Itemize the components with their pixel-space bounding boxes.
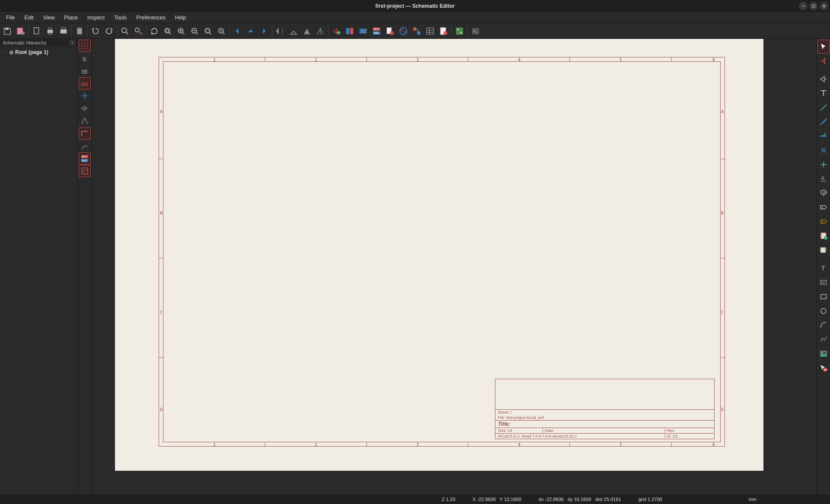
- add-label-button[interactable]: A: [817, 172, 830, 186]
- redo-button[interactable]: [102, 25, 115, 38]
- rotate-ccw-button[interactable]: [274, 25, 287, 38]
- zoom-to-objects-button[interactable]: [215, 25, 228, 38]
- add-circle-button[interactable]: [817, 304, 830, 318]
- add-symbol-button[interactable]: [817, 72, 830, 86]
- symbol-editor-button[interactable]: [330, 25, 343, 38]
- menu-file[interactable]: File: [2, 14, 19, 22]
- print-button[interactable]: [44, 25, 57, 38]
- delete-tool-button[interactable]: [817, 361, 830, 375]
- hierarchy-panel-close-button[interactable]: ✕: [70, 40, 75, 45]
- title-block-file: File: first-project.kicad_sch: [497, 415, 546, 420]
- assign-footprints-button[interactable]: [410, 25, 423, 38]
- nav-forward-button[interactable]: [258, 25, 271, 38]
- menu-inspect[interactable]: Inspect: [83, 14, 109, 22]
- svg-point-36: [337, 31, 340, 34]
- add-textbox-button[interactable]: [817, 276, 830, 289]
- select-tool-button[interactable]: [817, 40, 830, 54]
- add-junction-button[interactable]: [817, 158, 830, 171]
- svg-text:R42: R42: [82, 159, 87, 162]
- add-sheet-button[interactable]: [817, 229, 830, 243]
- status-xy: X -22.8600 Y 10.1600: [472, 497, 521, 502]
- open-pcb-button[interactable]: [453, 25, 466, 38]
- show-hidden-pins-button[interactable]: [79, 102, 91, 114]
- zoom-out-button[interactable]: [188, 25, 201, 38]
- simulator-button[interactable]: [397, 25, 410, 38]
- 90deg-wires-button[interactable]: [79, 127, 91, 139]
- add-text-button[interactable]: T: [817, 261, 830, 275]
- add-bus-entry-button[interactable]: [817, 129, 830, 143]
- add-power-button[interactable]: [817, 86, 830, 100]
- svg-text:R??: R??: [82, 155, 87, 158]
- svg-line-104: [820, 105, 827, 111]
- menu-view[interactable]: View: [39, 14, 59, 22]
- erc-button[interactable]: !: [383, 25, 396, 38]
- highlight-net-button[interactable]: [817, 54, 830, 68]
- plot-button[interactable]: [57, 25, 70, 38]
- paste-button[interactable]: [73, 25, 86, 38]
- schematic-canvas[interactable]: 1 2 3 4 5 6 1 2 3 4 5 6 A B C D A B C D: [92, 39, 816, 494]
- add-hier-label-button[interactable]: A: [817, 215, 830, 228]
- footprint-editor-button[interactable]: [357, 25, 370, 38]
- mirror-v-button[interactable]: [314, 25, 327, 38]
- svg-rect-21: [166, 29, 169, 32]
- frame-col-mark: 3: [416, 442, 419, 447]
- browse-symbols-button[interactable]: [343, 25, 356, 38]
- bom-button[interactable]: +: [437, 25, 450, 38]
- zoom-fit-button[interactable]: [161, 25, 174, 38]
- annotate-button[interactable]: R??R42: [370, 25, 383, 38]
- tree-root-item[interactable]: ┈┈ Root (page 1): [3, 48, 75, 56]
- zoom-selection-button[interactable]: [201, 25, 214, 38]
- svg-rect-54: [427, 28, 434, 34]
- window-title: first-project — Schematic Editor: [0, 3, 830, 9]
- add-arc-button[interactable]: [817, 318, 830, 332]
- zoom-in-button[interactable]: [175, 25, 188, 38]
- svg-text:9A: 9A: [822, 191, 826, 194]
- import-sheet-pin-button[interactable]: [817, 243, 830, 257]
- full-crosshair-button[interactable]: [79, 90, 91, 102]
- add-netclass-label-button[interactable]: 9A: [817, 186, 830, 200]
- add-image-button[interactable]: [817, 347, 830, 361]
- menu-place[interactable]: Place: [60, 14, 82, 22]
- tree-connector-icon: ┈┈: [3, 50, 8, 55]
- add-global-label-button[interactable]: A: [817, 200, 830, 214]
- mirror-h-button[interactable]: [300, 25, 313, 38]
- nav-back-button[interactable]: [231, 25, 244, 38]
- find-replace-button[interactable]: AB: [132, 25, 145, 38]
- rotate-cw-button[interactable]: [287, 25, 300, 38]
- undo-button[interactable]: [89, 25, 102, 38]
- nav-up-button[interactable]: [244, 25, 257, 38]
- add-wire-button[interactable]: [817, 101, 830, 114]
- annotate-auto-button[interactable]: R??R42: [79, 152, 91, 165]
- frame-col-mark: 4: [518, 442, 520, 447]
- unit-inch-button[interactable]: in: [79, 52, 91, 64]
- sheet-icon: [10, 51, 13, 54]
- menu-help[interactable]: Help: [171, 14, 191, 22]
- status-grid[interactable]: grid 1.2700: [638, 497, 662, 502]
- svg-text:T: T: [821, 265, 825, 272]
- unit-mil-button[interactable]: mil: [79, 65, 91, 77]
- schematic-setup-button[interactable]: [14, 25, 27, 38]
- status-unit[interactable]: mm: [749, 497, 757, 502]
- refresh-button[interactable]: [148, 25, 161, 38]
- window-maximize-button[interactable]: [809, 2, 818, 10]
- window-minimize-button[interactable]: [799, 2, 808, 10]
- add-noconnect-button[interactable]: [817, 143, 830, 157]
- add-lines-button[interactable]: [817, 333, 830, 346]
- scripting-console-button[interactable]: >_: [469, 25, 482, 38]
- edit-symbol-fields-button[interactable]: [424, 25, 437, 38]
- find-button[interactable]: [118, 25, 131, 38]
- free-angle-wires-button[interactable]: [79, 115, 91, 127]
- add-rectangle-button[interactable]: [817, 290, 830, 304]
- menu-preferences[interactable]: Preferences: [132, 14, 169, 22]
- save-button[interactable]: [1, 25, 14, 38]
- status-dxy: dx -22.8600 dy 10.1600 dist 25.0161: [539, 497, 621, 502]
- menu-tools[interactable]: Tools: [110, 14, 131, 22]
- page-settings-button[interactable]: [30, 25, 43, 38]
- add-bus-button[interactable]: [817, 115, 830, 129]
- 45deg-wires-button[interactable]: [79, 140, 91, 152]
- unit-mm-button[interactable]: mm: [79, 77, 91, 89]
- window-close-button[interactable]: [820, 2, 828, 10]
- menu-edit[interactable]: Edit: [20, 14, 38, 22]
- hierarchy-nav-button[interactable]: [79, 165, 91, 177]
- grid-toggle-button[interactable]: [79, 40, 91, 52]
